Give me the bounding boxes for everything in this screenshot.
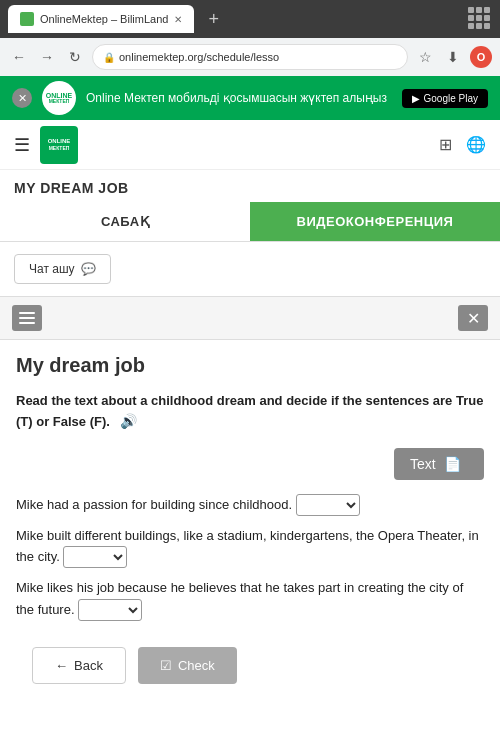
sentence-3-select[interactable]: True False [78, 599, 142, 621]
lesson-title: My dream job [16, 354, 484, 377]
document-icon: 📄 [444, 456, 461, 472]
app-download-banner: ✕ ONLINE МЕКТЕП Online Мектеп мобильді қ… [0, 76, 500, 120]
banner-close-button[interactable]: ✕ [12, 88, 32, 108]
browser-tab[interactable]: OnlineMektep – BilimLand ✕ [8, 5, 194, 33]
panel-menu-button[interactable] [12, 305, 42, 331]
page-title: MY DREAM JOB [0, 170, 500, 202]
site-header: ☰ ONLINE МЕКТЕП ⊞ 🌐 [0, 120, 500, 170]
sentence-3: Mike likes his job because he believes t… [16, 578, 484, 621]
header-icons: ⊞ 🌐 [439, 135, 486, 154]
back-button-label: Back [74, 658, 103, 673]
back-arrow-icon: ← [55, 658, 68, 673]
chat-label: Чат ашу [29, 262, 75, 276]
logo-text-bot: МЕКТЕП [49, 145, 70, 151]
back-button[interactable]: ← Back [32, 647, 126, 684]
download-icon[interactable]: ⬇ [442, 46, 464, 68]
new-tab-button[interactable]: + [208, 9, 219, 30]
hamburger-menu-button[interactable]: ☰ [14, 134, 30, 156]
tab-videoconference[interactable]: ВИДЕОКОНФЕРЕНЦИЯ [250, 202, 500, 241]
globe-icon[interactable]: 🌐 [466, 135, 486, 154]
sentence-1-select[interactable]: True False [296, 494, 360, 516]
lesson-tabs: САБАҚ ВИДЕОКОНФЕРЕНЦИЯ [0, 202, 500, 242]
banner-logo: ONLINE МЕКТЕП [42, 81, 76, 115]
task-description: Read the text about a childhood dream an… [16, 391, 484, 432]
chat-area: Чат ашу 💬 [0, 242, 500, 296]
forward-nav-button[interactable]: → [36, 46, 58, 68]
tab-sabak[interactable]: САБАҚ [0, 202, 250, 241]
banner-logo-bot: МЕКТЕП [49, 99, 70, 104]
google-play-button[interactable]: ▶ Google Play [402, 89, 488, 108]
tab-favicon [20, 12, 34, 26]
site-logo[interactable]: ONLINE МЕКТЕП [40, 126, 78, 164]
browser-chrome: OnlineMektep – BilimLand ✕ + [0, 0, 500, 38]
sentence-1: Mike had a passion for building since ch… [16, 494, 484, 516]
tab-video-label: ВИДЕОКОНФЕРЕНЦИЯ [297, 214, 454, 229]
check-button-label: Check [178, 658, 215, 673]
text-button-label: Text [410, 456, 436, 472]
tab-sabak-label: САБАҚ [101, 214, 149, 229]
sentence-2-select[interactable]: True False [63, 546, 127, 568]
logo-text-top: ONLINE [48, 138, 71, 145]
banner-text: Online Мектеп мобильді қосымшасын жүктеп… [86, 91, 392, 105]
check-button[interactable]: ☑ Check [138, 647, 237, 684]
bookmark-icon[interactable]: ☆ [414, 46, 436, 68]
audio-icon[interactable]: 🔊 [120, 411, 137, 432]
address-bar: ← → ↻ 🔒 onlinemektep.org/schedule/lesso … [0, 38, 500, 76]
lock-icon: 🔒 [103, 52, 115, 63]
profile-avatar[interactable]: O [470, 46, 492, 68]
sentence-1-text: Mike had a passion for building since ch… [16, 497, 292, 512]
panel-close-button[interactable]: ✕ [458, 305, 488, 331]
bottom-buttons: ← Back ☑ Check [16, 631, 484, 704]
grid-view-icon[interactable]: ⊞ [439, 135, 452, 154]
reload-button[interactable]: ↻ [64, 46, 86, 68]
content-panel: ✕ My dream job Read the text about a chi… [0, 296, 500, 718]
sentence-2: Mike built different buildings, like a s… [16, 526, 484, 569]
play-icon: ▶ [412, 93, 420, 104]
panel-toolbar: ✕ [0, 297, 500, 340]
back-nav-button[interactable]: ← [8, 46, 30, 68]
text-button[interactable]: Text 📄 [394, 448, 484, 480]
google-play-label: Google Play [424, 93, 478, 104]
address-text: onlinemektep.org/schedule/lesso [119, 51, 279, 63]
text-button-row: Text 📄 [16, 448, 484, 480]
task-description-text: Read the text about a childhood dream an… [16, 393, 483, 429]
chat-open-button[interactable]: Чат ашу 💬 [14, 254, 111, 284]
tab-label: OnlineMektep – BilimLand [40, 13, 168, 25]
check-icon: ☑ [160, 658, 172, 673]
address-input[interactable]: 🔒 onlinemektep.org/schedule/lesso [92, 44, 408, 70]
tab-close-icon[interactable]: ✕ [174, 14, 182, 25]
apps-grid-icon[interactable] [468, 7, 492, 31]
chat-icon: 💬 [81, 262, 96, 276]
lesson-content: My dream job Read the text about a child… [0, 340, 500, 718]
